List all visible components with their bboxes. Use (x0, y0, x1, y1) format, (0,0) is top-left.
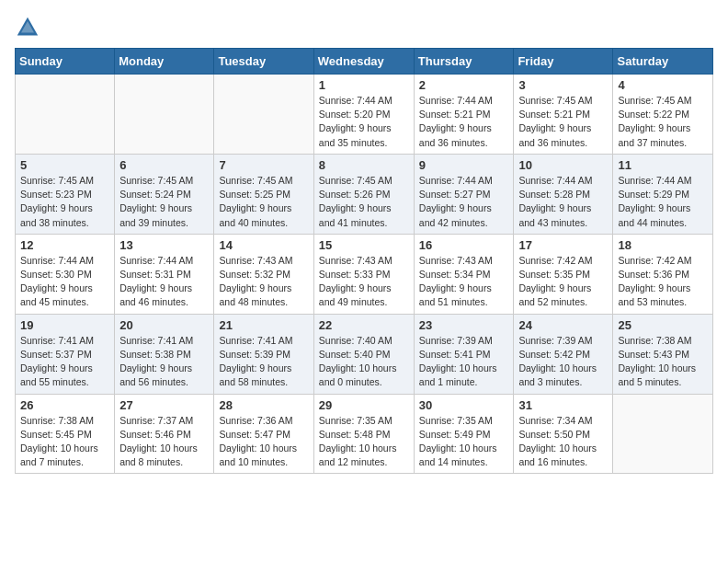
day-info-line: Sunrise: 7:38 AM (20, 415, 94, 426)
day-info-line: Sunset: 5:42 PM (518, 349, 590, 360)
day-info-line: Daylight: 9 hours and 44 minutes. (618, 202, 690, 227)
day-cell (16, 75, 115, 155)
day-info-line: Sunrise: 7:36 AM (219, 415, 292, 426)
day-info-line: Daylight: 10 hours and 14 minutes. (419, 442, 497, 467)
day-info-line: Sunset: 5:49 PM (419, 429, 491, 440)
day-number: 14 (219, 238, 308, 252)
day-info-line: Sunset: 5:38 PM (119, 349, 191, 360)
day-info-line: Daylight: 10 hours and 5 minutes. (618, 362, 696, 387)
day-info-line: Sunset: 5:33 PM (319, 269, 391, 280)
day-number: 17 (518, 238, 608, 252)
day-cell: 21Sunrise: 7:41 AMSunset: 5:39 PMDayligh… (214, 314, 313, 394)
day-cell: 7Sunrise: 7:45 AMSunset: 5:25 PMDaylight… (214, 154, 313, 234)
day-info-line: Daylight: 9 hours and 37 minutes. (618, 122, 690, 147)
day-cell: 15Sunrise: 7:43 AMSunset: 5:33 PMDayligh… (313, 234, 414, 314)
day-info-line: Sunset: 5:27 PM (419, 189, 491, 200)
day-info-line: Sunset: 5:32 PM (219, 269, 290, 280)
day-number: 12 (20, 238, 109, 252)
day-info-line: Daylight: 9 hours and 48 minutes. (219, 282, 291, 307)
day-info-line: Sunrise: 7:44 AM (419, 95, 493, 106)
day-info-line: Sunset: 5:45 PM (20, 429, 92, 440)
day-number: 6 (119, 158, 209, 172)
day-number: 4 (618, 78, 708, 92)
day-info-line: Sunrise: 7:45 AM (20, 175, 94, 186)
day-info: Sunrise: 7:43 AMSunset: 5:34 PMDaylight:… (419, 254, 509, 310)
day-number: 9 (419, 158, 509, 172)
day-info-line: Sunset: 5:28 PM (518, 189, 590, 200)
day-info-line: Daylight: 10 hours and 12 minutes. (319, 442, 397, 467)
day-info-line: Sunset: 5:24 PM (119, 189, 191, 200)
day-info: Sunrise: 7:41 AMSunset: 5:37 PMDaylight:… (20, 334, 109, 390)
day-info: Sunrise: 7:37 AMSunset: 5:46 PMDaylight:… (119, 414, 209, 470)
day-cell: 29Sunrise: 7:35 AMSunset: 5:48 PMDayligh… (313, 394, 414, 474)
day-number: 20 (119, 318, 209, 332)
day-cell: 3Sunrise: 7:45 AMSunset: 5:21 PMDaylight… (514, 75, 613, 155)
day-info: Sunrise: 7:41 AMSunset: 5:38 PMDaylight:… (119, 334, 209, 390)
day-cell: 8Sunrise: 7:45 AMSunset: 5:26 PMDaylight… (313, 154, 414, 234)
day-info-line: Sunset: 5:25 PM (219, 189, 290, 200)
day-cell: 11Sunrise: 7:44 AMSunset: 5:29 PMDayligh… (613, 154, 713, 234)
day-info: Sunrise: 7:39 AMSunset: 5:42 PMDaylight:… (518, 334, 608, 390)
day-info: Sunrise: 7:35 AMSunset: 5:48 PMDaylight:… (319, 414, 409, 470)
day-cell: 13Sunrise: 7:44 AMSunset: 5:31 PMDayligh… (115, 234, 214, 314)
day-number: 28 (219, 398, 308, 412)
day-cell: 25Sunrise: 7:38 AMSunset: 5:43 PMDayligh… (613, 314, 713, 394)
day-info-line: Sunset: 5:36 PM (618, 269, 689, 280)
day-cell: 19Sunrise: 7:41 AMSunset: 5:37 PMDayligh… (16, 314, 115, 394)
day-info-line: Daylight: 10 hours and 0 minutes. (319, 362, 397, 387)
weekday-header-friday: Friday (514, 49, 613, 75)
day-number: 13 (119, 238, 209, 252)
day-info-line: Sunset: 5:22 PM (618, 109, 689, 120)
day-info-line: Sunrise: 7:44 AM (419, 175, 493, 186)
day-cell: 12Sunrise: 7:44 AMSunset: 5:30 PMDayligh… (16, 234, 115, 314)
day-info-line: Daylight: 10 hours and 16 minutes. (518, 442, 597, 467)
day-cell: 1Sunrise: 7:44 AMSunset: 5:20 PMDaylight… (313, 75, 414, 155)
day-cell: 2Sunrise: 7:44 AMSunset: 5:21 PMDaylight… (414, 75, 514, 155)
day-cell: 4Sunrise: 7:45 AMSunset: 5:22 PMDaylight… (613, 75, 713, 155)
day-info-line: Sunrise: 7:44 AM (618, 175, 691, 186)
week-row-3: 12Sunrise: 7:44 AMSunset: 5:30 PMDayligh… (16, 234, 713, 314)
day-info-line: Daylight: 9 hours and 53 minutes. (618, 282, 690, 307)
day-number: 2 (419, 78, 509, 92)
day-cell: 20Sunrise: 7:41 AMSunset: 5:38 PMDayligh… (115, 314, 214, 394)
day-number: 30 (419, 398, 509, 412)
day-info: Sunrise: 7:44 AMSunset: 5:21 PMDaylight:… (419, 94, 509, 150)
day-info-line: Sunset: 5:20 PM (319, 109, 391, 120)
day-cell: 26Sunrise: 7:38 AMSunset: 5:45 PMDayligh… (16, 394, 115, 474)
weekday-header-monday: Monday (115, 49, 214, 75)
day-info-line: Sunset: 5:46 PM (119, 429, 191, 440)
day-info: Sunrise: 7:44 AMSunset: 5:28 PMDaylight:… (518, 174, 608, 230)
day-info-line: Daylight: 9 hours and 35 minutes. (319, 122, 392, 147)
day-number: 24 (518, 318, 608, 332)
day-info: Sunrise: 7:45 AMSunset: 5:24 PMDaylight:… (119, 174, 209, 230)
day-info-line: Daylight: 10 hours and 3 minutes. (518, 362, 597, 387)
weekday-header-tuesday: Tuesday (214, 49, 313, 75)
day-info: Sunrise: 7:45 AMSunset: 5:25 PMDaylight:… (219, 174, 308, 230)
day-cell: 9Sunrise: 7:44 AMSunset: 5:27 PMDaylight… (414, 154, 514, 234)
day-cell: 28Sunrise: 7:36 AMSunset: 5:47 PMDayligh… (214, 394, 313, 474)
day-number: 3 (518, 78, 608, 92)
day-info: Sunrise: 7:45 AMSunset: 5:21 PMDaylight:… (518, 94, 608, 150)
day-info-line: Sunrise: 7:43 AM (319, 255, 392, 266)
day-info-line: Sunrise: 7:40 AM (319, 335, 392, 346)
day-info-line: Sunset: 5:26 PM (319, 189, 391, 200)
day-number: 31 (518, 398, 608, 412)
day-info-line: Sunset: 5:30 PM (20, 269, 92, 280)
day-cell: 16Sunrise: 7:43 AMSunset: 5:34 PMDayligh… (414, 234, 514, 314)
day-info-line: Daylight: 10 hours and 10 minutes. (219, 442, 297, 467)
day-info-line: Sunrise: 7:35 AM (319, 415, 392, 426)
day-info-line: Daylight: 9 hours and 46 minutes. (119, 282, 192, 307)
day-cell (214, 75, 313, 155)
day-number: 15 (319, 238, 409, 252)
day-cell: 17Sunrise: 7:42 AMSunset: 5:35 PMDayligh… (514, 234, 613, 314)
day-info-line: Sunrise: 7:39 AM (518, 335, 592, 346)
day-info: Sunrise: 7:34 AMSunset: 5:50 PMDaylight:… (518, 414, 608, 470)
day-info-line: Daylight: 9 hours and 51 minutes. (419, 282, 492, 307)
day-info-line: Sunrise: 7:45 AM (119, 175, 193, 186)
day-cell: 22Sunrise: 7:40 AMSunset: 5:40 PMDayligh… (313, 314, 414, 394)
day-cell: 5Sunrise: 7:45 AMSunset: 5:23 PMDaylight… (16, 154, 115, 234)
day-info: Sunrise: 7:38 AMSunset: 5:45 PMDaylight:… (20, 414, 109, 470)
day-info: Sunrise: 7:45 AMSunset: 5:22 PMDaylight:… (618, 94, 708, 150)
day-info: Sunrise: 7:42 AMSunset: 5:36 PMDaylight:… (618, 254, 708, 310)
day-info-line: Sunset: 5:21 PM (419, 109, 491, 120)
